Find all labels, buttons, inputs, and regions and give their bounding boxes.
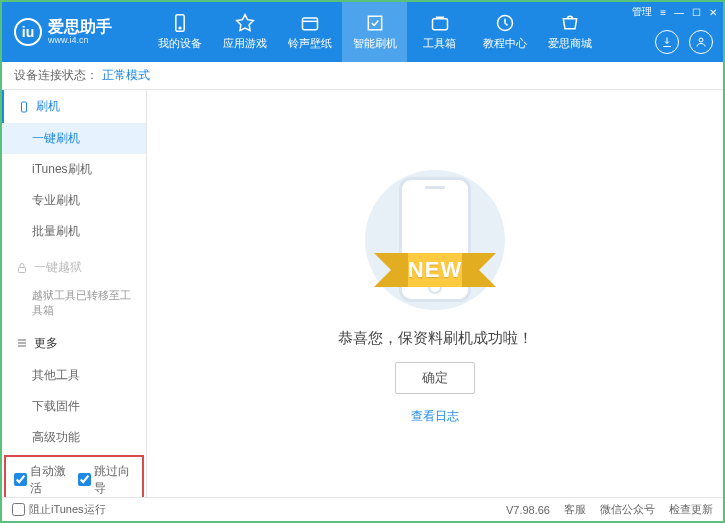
svg-rect-6 [22,102,27,112]
window-controls: 管理 ≡ — ☐ ✕ [632,5,717,19]
nav-icon [430,13,450,33]
nav-icon [365,13,385,33]
success-message: 恭喜您，保资料刷机成功啦！ [338,329,533,348]
nav-6[interactable]: 爱思商城 [537,2,602,62]
download-button[interactable] [655,30,679,54]
logo: iu 爱思助手 www.i4.cn [2,18,147,46]
nav-2[interactable]: 铃声壁纸 [277,2,342,62]
nav-icon [235,13,255,33]
success-illustration: NEW [345,165,525,315]
main-nav: 我的设备应用游戏铃声壁纸智能刷机工具箱教程中心爱思商城 [147,2,602,62]
svg-rect-3 [432,19,447,30]
sidebar: 刷机 一键刷机iTunes刷机专业刷机批量刷机 一键越狱 越狱工具已转移至工具箱… [2,90,147,499]
nav-icon [170,13,190,33]
footer-link-support[interactable]: 客服 [564,502,586,517]
view-log-link[interactable]: 查看日志 [411,408,459,425]
svg-rect-2 [302,18,317,30]
sidebar-item-flash-0[interactable]: 一键刷机 [2,123,146,154]
main-content: NEW 恭喜您，保资料刷机成功啦！ 确定 查看日志 [147,90,723,499]
nav-0[interactable]: 我的设备 [147,2,212,62]
block-itunes-checkbox[interactable]: 阻止iTunes运行 [12,502,106,517]
user-button[interactable] [689,30,713,54]
skip-guide-checkbox[interactable]: 跳过向导 [78,463,134,497]
sidebar-item-flash-1[interactable]: iTunes刷机 [2,154,146,185]
minimize-icon[interactable]: — [674,7,684,18]
sidebar-section-flash[interactable]: 刷机 [2,90,146,123]
options-row: 自动激活 跳过向导 [4,455,144,499]
sidebar-more-title: 更多 [34,335,58,352]
close-icon[interactable]: ✕ [709,7,717,18]
footer-link-update[interactable]: 检查更新 [669,502,713,517]
sidebar-section-more[interactable]: 更多 [2,327,146,360]
maximize-icon[interactable]: ☐ [692,7,701,18]
status-bar: 设备连接状态： 正常模式 [2,62,723,90]
nav-3[interactable]: 智能刷机 [342,2,407,62]
nav-icon [300,13,320,33]
footer-link-wechat[interactable]: 微信公众号 [600,502,655,517]
svg-point-1 [179,27,181,29]
sidebar-item-flash-2[interactable]: 专业刷机 [2,185,146,216]
nav-1[interactable]: 应用游戏 [212,2,277,62]
nav-icon [495,13,515,33]
sidebar-item-more-0[interactable]: 其他工具 [2,360,146,391]
sidebar-item-more-2[interactable]: 高级功能 [2,422,146,453]
app-site: www.i4.cn [48,35,112,45]
phone-icon [18,101,30,113]
header-right [655,30,713,54]
svg-rect-7 [19,267,26,272]
sidebar-item-flash-3[interactable]: 批量刷机 [2,216,146,247]
status-mode: 正常模式 [102,67,150,84]
app-logo-icon: iu [14,18,42,46]
version-label: V7.98.66 [506,504,550,516]
footer: 阻止iTunes运行 V7.98.66 客服 微信公众号 检查更新 [2,497,723,521]
auto-activate-checkbox[interactable]: 自动激活 [14,463,70,497]
sidebar-jailbreak-title: 一键越狱 [34,259,82,276]
lock-icon [16,262,28,274]
sidebar-flash-title: 刷机 [36,98,60,115]
ok-button[interactable]: 确定 [395,362,475,394]
sidebar-section-jailbreak: 一键越狱 [2,251,146,284]
nav-icon [560,13,580,33]
app-name: 爱思助手 [48,19,112,35]
menu-icon[interactable]: ≡ [660,7,666,18]
svg-point-5 [699,38,703,42]
menu-icon [16,337,28,349]
nav-4[interactable]: 工具箱 [407,2,472,62]
jailbreak-note: 越狱工具已转移至工具箱 [2,284,146,323]
sidebar-item-more-1[interactable]: 下载固件 [2,391,146,422]
new-ribbon: NEW [392,253,478,287]
manage-label[interactable]: 管理 [632,5,652,19]
status-label: 设备连接状态： [14,67,98,84]
app-header: iu 爱思助手 www.i4.cn 我的设备应用游戏铃声壁纸智能刷机工具箱教程中… [2,2,723,62]
nav-5[interactable]: 教程中心 [472,2,537,62]
